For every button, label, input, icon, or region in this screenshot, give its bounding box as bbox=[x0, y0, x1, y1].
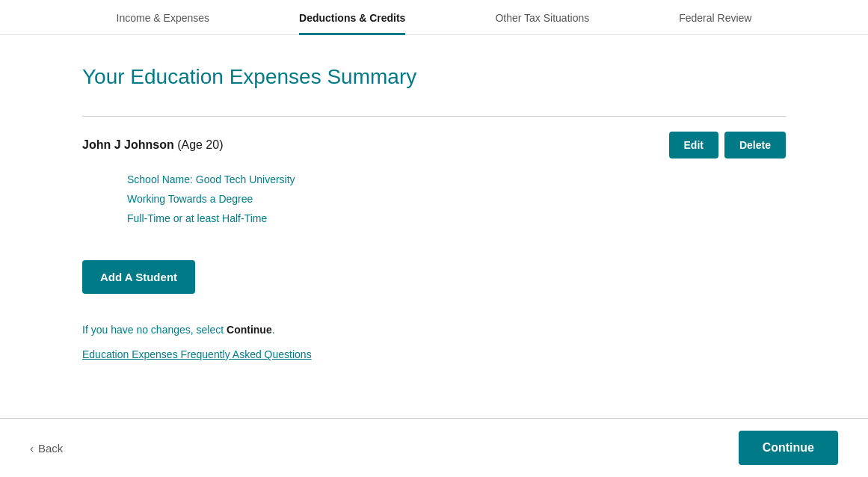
continue-button[interactable]: Continue bbox=[739, 431, 838, 465]
degree-status-detail: Working Towards a Degree bbox=[127, 193, 786, 205]
student-identity: John J Johnson (Age 20) bbox=[82, 138, 224, 152]
enrollment-status-detail: Full-Time or at least Half-Time bbox=[127, 212, 786, 224]
school-name-detail: School Name: Good Tech University bbox=[127, 173, 786, 185]
info-suffix: . bbox=[272, 324, 275, 336]
edit-button[interactable]: Edit bbox=[669, 132, 718, 159]
student-name: John J Johnson bbox=[82, 138, 174, 151]
student-details: School Name: Good Tech University Workin… bbox=[82, 173, 786, 224]
back-chevron-icon: ‹ bbox=[30, 442, 34, 455]
delete-button[interactable]: Delete bbox=[724, 132, 786, 159]
faq-link[interactable]: Education Expenses Frequently Asked Ques… bbox=[82, 348, 312, 360]
info-section: If you have no changes, select Continue.… bbox=[82, 324, 786, 361]
nav-item-income-expenses[interactable]: Income & Expenses bbox=[117, 12, 210, 34]
info-prefix: If you have no changes, select bbox=[82, 324, 227, 336]
nav-item-deductions-credits[interactable]: Deductions & Credits bbox=[299, 12, 405, 34]
page-title: Your Education Expenses Summary bbox=[82, 65, 786, 89]
student-header: John J Johnson (Age 20) Edit Delete bbox=[82, 132, 786, 159]
top-navigation: Income & Expenses Deductions & Credits O… bbox=[0, 0, 868, 35]
main-content: Your Education Expenses Summary John J J… bbox=[0, 35, 868, 391]
info-emphasis: Continue bbox=[227, 324, 272, 336]
student-age-label: (Age 20) bbox=[177, 138, 223, 151]
nav-item-other-tax-situations[interactable]: Other Tax Situations bbox=[495, 12, 589, 34]
nav-item-federal-review[interactable]: Federal Review bbox=[679, 12, 751, 34]
back-label: Back bbox=[38, 442, 63, 455]
info-text: If you have no changes, select Continue. bbox=[82, 324, 786, 336]
back-button[interactable]: ‹ Back bbox=[30, 442, 63, 455]
add-student-button[interactable]: Add A Student bbox=[82, 260, 195, 294]
student-section: John J Johnson (Age 20) Edit Delete Scho… bbox=[82, 116, 786, 239]
student-actions: Edit Delete bbox=[669, 132, 786, 159]
bottom-bar: ‹ Back Continue bbox=[0, 418, 868, 477]
